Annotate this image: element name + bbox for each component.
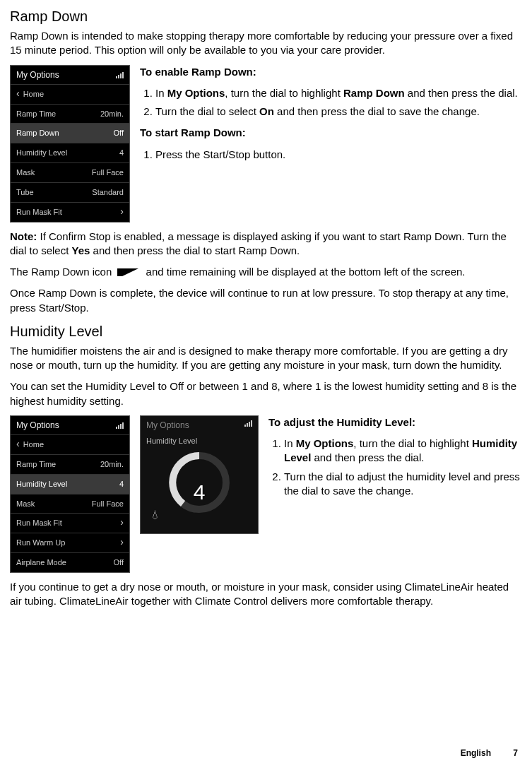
start-heading: To start Ramp Down: xyxy=(140,126,246,138)
start-step-1: Press the Start/Stop button. xyxy=(155,148,522,162)
menu-row-value: Full Face xyxy=(92,167,124,178)
menu-row-label: Ramp Down xyxy=(16,128,59,138)
menu-row: TubeStandard xyxy=(11,183,129,203)
device-menu-screenshot-2: My Options HomeRamp Time20min.Humidity L… xyxy=(10,415,130,573)
section-heading-ramp-down: Ramp Down xyxy=(10,7,522,26)
menu-row: MaskFull Face xyxy=(11,163,129,183)
menu-row-label: Run Mask Fit xyxy=(16,207,62,218)
menu-row-value: Off xyxy=(114,557,124,568)
adjust-step-1: In My Options, turn the dial to highligh… xyxy=(284,437,522,466)
menu-row: Airplane ModeOff xyxy=(11,553,129,572)
menu-row: Ramp Time20min. xyxy=(11,455,129,475)
screen-title: My Options xyxy=(16,420,59,431)
droplet-icon: 💧︎ xyxy=(150,509,160,522)
enable-step-1: In My Options, turn the dial to highligh… xyxy=(155,86,522,100)
adjust-step-2: Turn the dial to adjust the humidity lev… xyxy=(284,470,522,499)
menu-row-value: 4 xyxy=(119,479,124,490)
menu-row-label: Home xyxy=(16,89,44,100)
menu-row-value: Standard xyxy=(92,187,124,198)
menu-row-label: Run Mask Fit xyxy=(16,518,62,528)
screen-title: My Options xyxy=(16,69,59,81)
menu-row-value: 20min. xyxy=(100,459,124,470)
menu-row-label: Tube xyxy=(16,187,34,198)
signal-icon xyxy=(116,422,124,429)
menu-row: Home xyxy=(11,85,129,105)
ramp-down-intro: Ramp Down is intended to make stopping t… xyxy=(10,29,522,58)
screen-title: My Options xyxy=(146,420,189,431)
menu-row: Run Mask Fit xyxy=(11,203,129,222)
humidity-outro: If you continue to get a dry nose or mou… xyxy=(10,580,522,609)
menu-row: MaskFull Face xyxy=(11,494,129,514)
ramp-down-note: Note: If Confirm Stop is enabled, a mess… xyxy=(10,230,522,259)
menu-row-value: 4 xyxy=(119,148,124,158)
ramp-down-icon-line: The Ramp Down icon and time remaining wi… xyxy=(10,265,522,279)
section-heading-humidity: Humidity Level xyxy=(10,322,522,341)
menu-row: Run Warm Up xyxy=(11,533,129,553)
menu-row-label: Run Warm Up xyxy=(16,538,65,548)
signal-icon xyxy=(116,71,124,78)
menu-row: Humidity Level4 xyxy=(11,475,129,494)
dial-label: Humidity Level xyxy=(141,434,258,446)
humidity-intro: The humidifier moistens the air and is d… xyxy=(10,344,522,373)
menu-row-label: Ramp Time xyxy=(16,459,56,470)
enable-step-2: Turn the dial to select On and then pres… xyxy=(155,105,522,119)
adjust-heading: To adjust the Humidity Level: xyxy=(268,416,415,428)
ramp-down-complete: Once Ramp Down is complete, the device w… xyxy=(10,286,522,315)
menu-row-label: Airplane Mode xyxy=(16,557,66,568)
menu-row-label: Ramp Time xyxy=(16,109,56,119)
device-menu-screenshot-1: My Options HomeRamp Time20min.Ramp DownO… xyxy=(10,65,130,223)
device-dial-screenshot: My Options Humidity Level 4 💧︎ xyxy=(140,415,259,534)
menu-row: Home xyxy=(11,435,129,455)
menu-row-value xyxy=(120,538,124,548)
menu-row: Run Mask Fit xyxy=(11,514,129,533)
menu-row: Ramp Time20min. xyxy=(11,105,129,124)
menu-row-value: Full Face xyxy=(92,499,124,509)
menu-row-label: Mask xyxy=(16,167,35,178)
enable-heading: To enable Ramp Down: xyxy=(140,66,256,78)
menu-row-label: Mask xyxy=(16,499,35,509)
svg-marker-1 xyxy=(117,268,138,276)
menu-row-value: 20min. xyxy=(100,109,124,119)
ramp-down-icon xyxy=(116,266,141,279)
menu-row-label: Humidity Level xyxy=(16,479,67,490)
menu-row: Humidity Level4 xyxy=(11,143,129,163)
menu-row-value: Off xyxy=(114,128,124,138)
humidity-range: You can set the Humidity Level to Off or… xyxy=(10,379,522,408)
signal-icon xyxy=(244,420,252,427)
menu-row: Ramp DownOff xyxy=(11,124,129,143)
menu-row-value xyxy=(120,518,124,528)
dial-value: 4 xyxy=(141,478,258,507)
menu-row-label: Home xyxy=(16,439,44,450)
menu-row-value xyxy=(120,207,124,218)
menu-row-label: Humidity Level xyxy=(16,148,67,158)
